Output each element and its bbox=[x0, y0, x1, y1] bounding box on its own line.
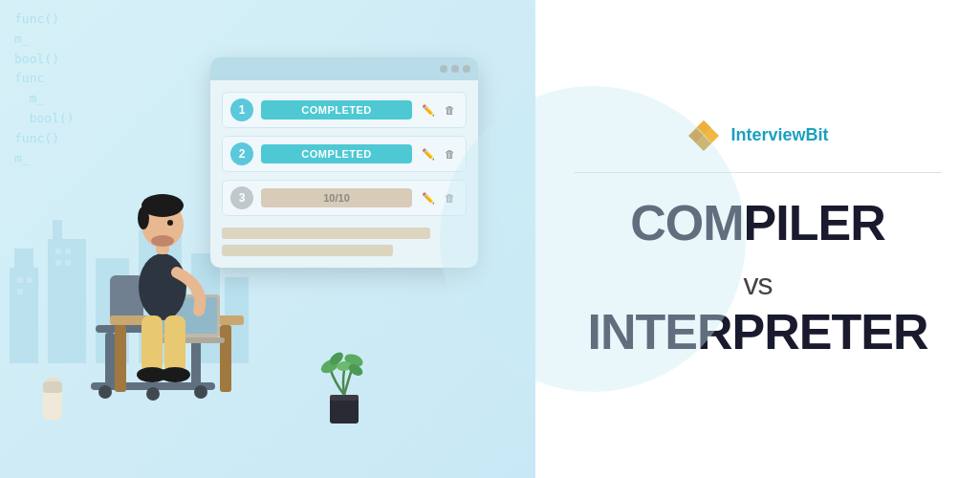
brand-divider bbox=[574, 172, 942, 173]
svg-point-34 bbox=[138, 206, 149, 229]
task-status-3: 10/10 bbox=[261, 188, 412, 207]
dot1 bbox=[440, 65, 447, 73]
brand-header: InterviewBit bbox=[686, 119, 828, 153]
dot3 bbox=[463, 65, 470, 73]
brand-name-text: InterviewBit bbox=[730, 125, 828, 145]
svg-rect-0 bbox=[10, 268, 38, 363]
bottom-bar-1 bbox=[222, 228, 430, 239]
task-icons-2: ✏️ 🗑 bbox=[420, 145, 458, 163]
brand-logo-icon bbox=[686, 119, 721, 153]
svg-rect-26 bbox=[115, 325, 126, 392]
svg-rect-16 bbox=[105, 333, 115, 390]
main-title: COMPILER vs INTERPRETER bbox=[588, 196, 928, 360]
svg-point-40 bbox=[160, 367, 190, 382]
delete-icon-2[interactable]: 🗑 bbox=[441, 145, 458, 163]
title-vs-line: vs bbox=[588, 250, 928, 305]
dot2 bbox=[451, 65, 459, 73]
task-status-2: COMPLETED bbox=[261, 144, 412, 163]
title-line1: COMPILER bbox=[588, 196, 928, 250]
delete-icon-1[interactable]: 🗑 bbox=[441, 101, 458, 119]
brand-name-part1: Interview bbox=[730, 125, 805, 144]
svg-rect-10 bbox=[17, 289, 23, 294]
left-panel: func()m_bool() func m_ bool() func()m_ bbox=[0, 0, 535, 478]
edit-icon-1[interactable]: ✏️ bbox=[420, 101, 437, 119]
svg-point-35 bbox=[151, 235, 174, 247]
svg-rect-42 bbox=[330, 395, 359, 401]
svg-rect-38 bbox=[164, 315, 185, 373]
svg-rect-9 bbox=[27, 277, 33, 283]
edit-icon-3[interactable]: ✏️ bbox=[420, 189, 437, 206]
task-row-1: 1 COMPLETED ✏️ 🗑 bbox=[222, 92, 467, 128]
monitor-body: 1 COMPLETED ✏️ 🗑 2 COMPLETED ✏️ 🗑 3 10/1 bbox=[210, 80, 478, 228]
task-number-1: 1 bbox=[230, 98, 253, 121]
brand-name-part2: Bit bbox=[806, 125, 829, 144]
svg-rect-8 bbox=[17, 277, 23, 283]
svg-rect-37 bbox=[142, 315, 163, 373]
edit-icon-2[interactable]: ✏️ bbox=[420, 145, 437, 163]
task-row-3: 3 10/10 ✏️ 🗑 bbox=[222, 180, 467, 216]
task-icons-1: ✏️ 🗑 bbox=[420, 101, 458, 119]
bottle-illustration bbox=[38, 373, 67, 425]
task-row-2: 2 COMPLETED ✏️ 🗑 bbox=[222, 136, 467, 172]
svg-rect-41 bbox=[330, 397, 359, 424]
svg-rect-1 bbox=[14, 249, 33, 268]
svg-rect-25 bbox=[220, 325, 231, 392]
delete-icon-3[interactable]: 🗑 bbox=[441, 189, 458, 206]
svg-point-21 bbox=[194, 385, 207, 399]
svg-point-36 bbox=[167, 220, 173, 226]
task-status-1: COMPLETED bbox=[261, 100, 412, 120]
title-vs: vs bbox=[743, 267, 772, 301]
svg-rect-50 bbox=[43, 381, 62, 393]
svg-rect-48 bbox=[46, 378, 59, 381]
monitor-titlebar bbox=[210, 57, 478, 80]
person-illustration bbox=[57, 134, 249, 421]
plant-illustration bbox=[316, 349, 373, 425]
title-line2: INTERPRETER bbox=[588, 305, 928, 359]
monitor-window: 1 COMPLETED ✏️ 🗑 2 COMPLETED ✏️ 🗑 3 10/1 bbox=[210, 57, 478, 268]
svg-point-30 bbox=[139, 253, 186, 320]
right-panel: InterviewBit COMPILER vs INTERPRETER bbox=[535, 0, 980, 478]
task-icons-3: ✏️ 🗑 bbox=[420, 189, 458, 206]
monitor-bottom-bars bbox=[210, 228, 478, 268]
svg-point-20 bbox=[146, 387, 160, 401]
svg-point-19 bbox=[98, 385, 112, 399]
